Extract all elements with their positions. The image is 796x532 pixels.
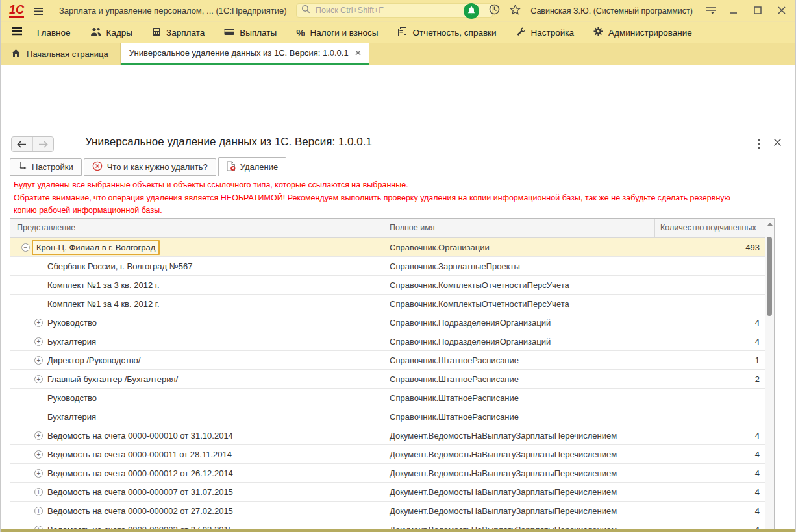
row-count: 4 [655, 468, 765, 478]
tab-home-page[interactable]: Начальная страница [1, 43, 121, 65]
expand-icon[interactable]: + [34, 469, 43, 478]
form-tabs: Настройки Что и как нужно удалить? Удале… [10, 157, 286, 176]
maximize-button[interactable] [751, 5, 765, 17]
table-row[interactable]: + Ведомость на счета 0000-000007 от 31.0… [10, 483, 765, 502]
deletion-warning-text: Будут удалены все выбранные объекты и об… [14, 179, 730, 217]
row-presentation: Крон-Ц. Филиал в г. Волгоград [32, 240, 160, 255]
row-presentation: Ведомость на счета 0000-000012 от 26.12.… [47, 468, 233, 478]
row-count: 493 [655, 243, 765, 252]
row-count: 4 [655, 487, 765, 497]
cell-presentation: Комплект №1 за 3 кв. 2012 г. [10, 280, 384, 290]
row-fullname: Документ.ВедомостьНаВыплатуЗарплатыПереч… [384, 506, 655, 516]
menu-item-main[interactable]: Главное [37, 28, 71, 38]
gear-icon [593, 27, 603, 38]
document-delete-icon [227, 161, 236, 173]
row-count: 4 [655, 318, 765, 328]
expand-icon[interactable]: + [34, 488, 43, 496]
scrollbar-thumb[interactable] [767, 237, 772, 316]
row-presentation: Руководство [47, 393, 97, 403]
table-row[interactable]: + Ведомость на счета 0000-000010 от 31.1… [10, 426, 765, 445]
card-icon [224, 28, 234, 38]
service-menu-icon[interactable] [705, 5, 717, 17]
tab-settings[interactable]: Настройки [10, 158, 82, 176]
table-row[interactable]: Бухгалтерия Справочник.ШтатноеРасписание [10, 407, 765, 426]
row-presentation: Ведомость на счета 0000-000007 от 31.07.… [47, 487, 233, 497]
menu-item-payments[interactable]: Выплаты [224, 28, 277, 38]
cell-presentation: + Главный бухгалтер /Бухгалтерия/ [10, 374, 384, 384]
forward-button[interactable] [33, 137, 54, 151]
tab-what-to-delete[interactable]: Что и как нужно удалить? [84, 158, 216, 176]
window-titlebar: 1С Зарплата и управление персоналом, ...… [1, 0, 795, 21]
more-actions-icon[interactable] [754, 138, 763, 151]
table-row[interactable]: + Бухгалтерия Справочник.ПодразделенияОр… [10, 332, 765, 351]
menu-item-reports[interactable]: Отчетность, справки [397, 27, 496, 38]
expand-icon[interactable]: + [34, 431, 43, 440]
table-body: − Крон-Ц. Филиал в г. Волгоград Справочн… [10, 238, 765, 532]
row-presentation: Бухгалтерия [47, 337, 96, 346]
tab-deletion[interactable]: Удаление [218, 157, 287, 176]
expand-icon[interactable]: + [34, 375, 43, 383]
table-row[interactable]: + Ведомость на счета 0000-000012 от 26.1… [10, 464, 765, 483]
scroll-up-icon[interactable] [767, 223, 773, 226]
search-input[interactable] [314, 5, 488, 16]
menu-item-personnel[interactable]: Кадры [90, 27, 132, 38]
tab-close-icon[interactable] [355, 48, 361, 58]
current-user-label: Савинская З.Ю. (Системный программист) [530, 6, 693, 16]
table-row[interactable]: + Главный бухгалтер /Бухгалтерия/ Справо… [10, 370, 765, 389]
vertical-scrollbar[interactable] [765, 219, 774, 532]
table-row[interactable]: + Ведомость на счета 0000-000011 от 28.1… [10, 445, 765, 464]
expand-icon[interactable]: + [34, 356, 43, 365]
row-fullname: Справочник.ПодразделенияОрганизаций [384, 318, 655, 328]
menu-item-settings[interactable]: Настройка [516, 27, 574, 38]
notifications-bell-icon[interactable] [464, 3, 479, 19]
menu-item-administration[interactable]: Администрирование [593, 27, 692, 38]
menu-item-salary[interactable]: Зарплата [152, 27, 205, 38]
cell-presentation: + Ведомость на счета 0000-000012 от 26.1… [10, 468, 384, 478]
history-icon[interactable] [489, 4, 500, 18]
back-button[interactable] [12, 137, 33, 151]
expand-icon[interactable]: + [34, 319, 43, 327]
row-presentation: Ведомость на счета 0000-000011 от 28.11.… [47, 450, 232, 459]
column-header-count[interactable]: Количество подчиненных [655, 219, 765, 237]
column-header-fullname[interactable]: Полное имя [384, 219, 655, 237]
minimize-button[interactable] [727, 5, 741, 17]
table-row[interactable]: + Ведомость на счета 0000-000002 от 27.0… [10, 502, 765, 520]
close-window-button[interactable] [775, 5, 789, 17]
table-row[interactable]: Комплект №1 за 3 кв. 2012 г. Справочник.… [10, 276, 765, 295]
row-fullname: Документ.ВедомостьНаВыплатуЗарплатыПереч… [384, 487, 655, 497]
row-fullname: Справочник.Организации [384, 243, 655, 252]
menu-item-label: Налоги и взносы [310, 28, 379, 38]
1c-logo: 1С [9, 3, 24, 18]
column-header-presentation[interactable]: Представление [10, 219, 384, 237]
cell-presentation: + Ведомость на счета 0000-000002 от 27.0… [10, 506, 384, 516]
table-row[interactable]: + Руководство Справочник.ПодразделенияОр… [10, 313, 765, 332]
close-form-icon[interactable] [773, 138, 782, 149]
settings-axes-icon [18, 162, 27, 173]
row-presentation: Комплект №1 за 4 кв. 2012 г. [47, 299, 160, 309]
app-window: 1С Зарплата и управление персоналом, ...… [0, 0, 796, 532]
table-row[interactable]: Комплект №1 за 4 кв. 2012 г. Справочник.… [10, 295, 765, 313]
expand-icon[interactable]: + [34, 450, 43, 459]
menu-item-taxes[interactable]: % Налоги и взносы [296, 27, 378, 38]
warning-line: Будут удалены все выбранные объекты и об… [14, 179, 730, 192]
open-windows-tabbar: Начальная страница Универсальное удалени… [1, 43, 795, 65]
tab-label: Что и как нужно удалить? [107, 162, 208, 172]
sections-menu-icon[interactable] [11, 27, 23, 38]
table-row[interactable]: Сбербанк России, г. Волгоград №567 Справ… [10, 257, 765, 276]
table-row[interactable]: − Крон-Ц. Филиал в г. Волгоград Справочн… [10, 238, 765, 257]
favorites-star-icon[interactable] [510, 5, 521, 18]
row-fullname: Документ.ВедомостьНаВыплатуЗарплатыПереч… [384, 431, 655, 441]
table-row[interactable]: Руководство Справочник.ШтатноеРасписание [10, 389, 765, 407]
row-fullname: Справочник.КомплектыОтчетностиПерсУчета [384, 299, 655, 309]
hamburger-menu-icon[interactable] [33, 6, 44, 18]
table-row[interactable]: + Директор /Руководство/ Справочник.Штат… [10, 351, 765, 370]
expand-icon[interactable]: + [34, 337, 43, 346]
search-icon [301, 5, 310, 16]
expand-icon[interactable]: + [34, 507, 43, 515]
sections-menubar: Главное Кадры Зарплата Выплаты % Налоги … [1, 21, 795, 43]
tab-label: Настройки [32, 162, 73, 172]
row-count: 1 [655, 356, 765, 365]
expand-icon[interactable]: − [21, 243, 30, 252]
tab-universal-deletion[interactable]: Универсальное удаление данных из 1С. Вер… [121, 43, 369, 65]
row-presentation: Бухгалтерия [47, 412, 96, 422]
